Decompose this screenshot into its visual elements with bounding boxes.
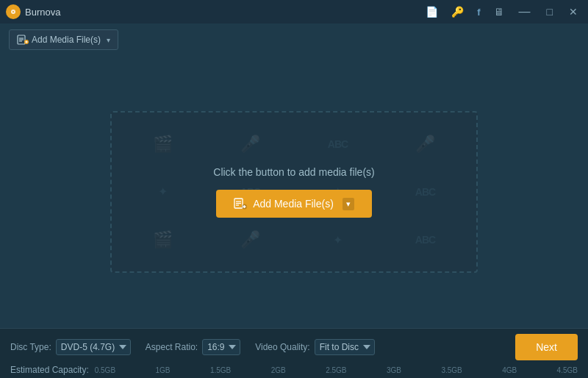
aspect-ratio-select[interactable]: 16:9 4:3 — [202, 339, 240, 355]
toolbar: Add Media File(s) ▾ — [0, 24, 588, 56]
add-media-center-icon — [234, 197, 247, 210]
bg-mic-icon-3: 🎤 — [207, 216, 294, 264]
file-titlebar-icon[interactable]: 📄 — [423, 4, 441, 19]
app-logo — [6, 4, 21, 19]
facebook-titlebar-icon[interactable]: f — [474, 5, 483, 19]
add-media-top-dropdown-arrow: ▾ — [107, 36, 110, 44]
bg-mic-icon-1: 🎤 — [207, 120, 294, 168]
tick-8: 4.5GB — [557, 366, 578, 374]
next-button[interactable]: Next — [515, 334, 578, 360]
tick-1: 1GB — [156, 366, 171, 374]
tick-3: 2GB — [271, 366, 286, 374]
capacity-label: Estimated Capacity: — [10, 365, 89, 375]
bg-text-icon-3: ABC — [381, 168, 469, 215]
minimize-button[interactable]: — — [514, 4, 535, 19]
aspect-ratio-group: Aspect Ratio: 16:9 4:3 — [146, 339, 240, 355]
titlebar-left: Burnova — [6, 4, 60, 19]
capacity-ticks: 0.5GB 1GB 1.5GB 2GB 2.5GB 3GB 3.5GB 4GB … — [95, 366, 578, 374]
disc-type-select[interactable]: DVD-5 (4.7G) DVD-9 (8.5G) Blu-ray 25G Bl… — [56, 339, 131, 355]
add-media-center-dropdown-arrow: ▾ — [343, 198, 354, 210]
bottom-bar: Disc Type: DVD-5 (4.7G) DVD-9 (8.5G) Blu… — [0, 328, 588, 378]
bg-text-icon-1: ABC — [294, 120, 381, 168]
aspect-ratio-label: Aspect Ratio: — [146, 342, 198, 352]
capacity-section: 0.5GB 1GB 1.5GB 2GB 2.5GB 3GB 3.5GB 4GB … — [95, 365, 578, 374]
disc-type-group: Disc Type: DVD-5 (4.7G) DVD-9 (8.5G) Blu… — [10, 339, 131, 355]
tick-0: 0.5GB — [95, 366, 115, 374]
bg-sparkle-icon-3: ✦ — [294, 216, 381, 264]
main-content: 🎬 🎤 ABC 🎤 ✦ ABC ✦ ABC 🎬 🎤 ✦ ABC Click th… — [0, 56, 588, 328]
close-button[interactable]: ✕ — [564, 4, 582, 19]
bg-text-icon-4: ABC — [381, 216, 469, 264]
bottom-capacity-row: Estimated Capacity: 0.5GB 1GB 1.5GB 2GB … — [10, 365, 578, 375]
maximize-button[interactable]: □ — [542, 4, 557, 19]
titlebar-right: 📄 🔑 f 🖥 — □ ✕ — [423, 4, 582, 19]
disc-type-label: Disc Type: — [10, 342, 51, 352]
key-titlebar-icon[interactable]: 🔑 — [448, 4, 467, 19]
monitor-titlebar-icon[interactable]: 🖥 — [491, 4, 507, 19]
add-media-top-label: Add Media File(s) — [32, 35, 101, 45]
tick-2: 1.5GB — [210, 366, 231, 374]
svg-point-2 — [12, 11, 14, 13]
drop-zone: 🎬 🎤 ABC 🎤 ✦ ABC ✦ ABC 🎬 🎤 ✦ ABC Click th… — [110, 111, 478, 273]
bottom-controls: Disc Type: DVD-5 (4.7G) DVD-9 (8.5G) Blu… — [10, 334, 578, 360]
drop-zone-text: Click the button to add media file(s) — [213, 166, 374, 178]
app-title: Burnova — [25, 7, 60, 18]
bg-film-icon-1: 🎬 — [119, 120, 207, 168]
tick-7: 4GB — [502, 366, 517, 374]
add-media-icon — [17, 34, 29, 46]
tick-4: 2.5GB — [326, 366, 346, 374]
add-media-center-label: Add Media File(s) — [253, 198, 334, 210]
titlebar: Burnova 📄 🔑 f 🖥 — □ ✕ — [0, 0, 588, 24]
tick-5: 3GB — [387, 366, 401, 374]
add-media-center-button[interactable]: Add Media File(s) ▾ — [216, 190, 372, 218]
video-quality-label: Video Quality: — [255, 342, 310, 352]
tick-6: 3.5GB — [441, 366, 462, 374]
video-quality-select[interactable]: Fit to Disc High Medium Low — [315, 339, 375, 355]
add-media-top-button[interactable]: Add Media File(s) ▾ — [9, 29, 118, 50]
video-quality-group: Video Quality: Fit to Disc High Medium L… — [255, 339, 375, 355]
bg-mic-icon-2: 🎤 — [381, 120, 469, 168]
bg-sparkle-icon-1: ✦ — [119, 168, 207, 215]
bg-film-icon-2: 🎬 — [119, 216, 207, 264]
